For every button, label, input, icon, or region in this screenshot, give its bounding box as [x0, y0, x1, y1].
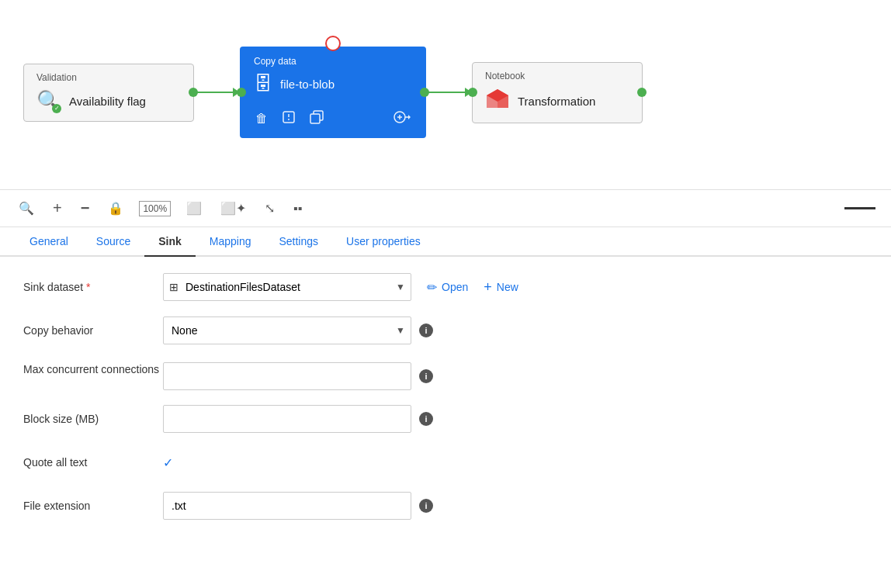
layers-toolbar-button[interactable]: ▪▪ [290, 199, 305, 219]
file-extension-input[interactable] [163, 492, 411, 520]
delete-action-button[interactable]: 🗑 [254, 109, 269, 129]
open-dataset-link[interactable]: ✏ Open [427, 280, 468, 295]
sink-dataset-control: ⊞ DestinationFilesDataset ▼ ✏ Open + New [163, 273, 868, 301]
lock-toolbar-button[interactable]: 🔒 [105, 198, 127, 219]
add-activity-action-button[interactable] [392, 109, 412, 129]
quote-all-text-control: ✓ [163, 455, 868, 470]
copy-data-top-indicator [325, 36, 341, 51]
pipeline-nodes-container: Validation 🔍✓ Availability flag Copy dat… [23, 47, 643, 138]
tab-general[interactable]: General [16, 227, 82, 257]
notebook-icon [485, 88, 510, 115]
block-size-label: Block size (MB) [23, 413, 163, 425]
tab-mapping[interactable]: Mapping [196, 227, 265, 257]
svg-rect-4 [310, 114, 320, 123]
copy-data-node[interactable]: Copy data 🗄 file-to-blob 🗑 [240, 47, 426, 138]
connector-1 [194, 88, 240, 97]
minimize-bar [844, 207, 875, 209]
inspect-action-button[interactable] [280, 109, 297, 129]
notebook-left-connector [468, 88, 477, 97]
canvas-toolbar: 🔍 + − 🔒 100% ⬜ ⬜✦ ⤡ ▪▪ [0, 190, 891, 227]
quote-all-text-row: Quote all text ✓ [23, 448, 868, 477]
search-node-icon: 🔍✓ [36, 89, 61, 113]
search-toolbar-button[interactable]: 🔍 [16, 198, 37, 219]
notebook-right-connector [637, 88, 647, 97]
add-toolbar-button[interactable]: + [50, 196, 65, 220]
notebook-node[interactable]: Notebook Transformation [472, 62, 643, 123]
max-concurrent-info-icon[interactable]: i [419, 369, 433, 383]
pipeline-canvas: Validation 🔍✓ Availability flag Copy dat… [0, 0, 891, 190]
max-concurrent-label: Max concurrent connections [23, 362, 163, 378]
dataset-icon: ⊞ [169, 281, 179, 293]
copy-behavior-row: Copy behavior None ▼ i [23, 316, 868, 345]
connector-1-line [194, 92, 233, 94]
tab-settings[interactable]: Settings [265, 227, 332, 257]
max-concurrent-row: Max concurrent connections i [23, 359, 868, 390]
sink-dataset-label: Sink dataset * [23, 281, 163, 293]
sink-dataset-select-wrapper: ⊞ DestinationFilesDataset ▼ [163, 273, 411, 301]
zoom100-toolbar-button[interactable]: 100% [139, 201, 171, 216]
block-size-control: i [163, 405, 868, 433]
max-concurrent-control: i [163, 362, 868, 390]
copy-data-icon: 🗄 [254, 73, 272, 95]
quote-all-text-label: Quote all text [23, 456, 163, 469]
required-star: * [86, 281, 90, 293]
pencil-icon: ✏ [427, 280, 437, 295]
sink-form: Sink dataset * ⊞ DestinationFilesDataset… [0, 257, 891, 550]
copy-data-left-connector [237, 88, 246, 97]
copy-behavior-label: Copy behavior [23, 324, 163, 337]
file-extension-label: File extension [23, 500, 163, 512]
select-toolbar-button[interactable]: ⬜✦ [217, 198, 249, 219]
fit-window-toolbar-button[interactable]: ⬜ [183, 198, 205, 219]
file-extension-control: i [163, 492, 868, 520]
tab-user-properties[interactable]: User properties [332, 227, 435, 257]
max-concurrent-input[interactable] [163, 362, 411, 390]
validation-node[interactable]: Validation 🔍✓ Availability flag [23, 64, 194, 122]
block-size-row: Block size (MB) i [23, 404, 868, 434]
copy-behavior-select[interactable]: None [163, 316, 411, 344]
notebook-node-label: Notebook [485, 71, 629, 81]
copy-data-text: file-to-blob [280, 78, 335, 91]
connector-2-line [426, 92, 465, 94]
copy-behavior-control: None ▼ i [163, 316, 868, 344]
copy-action-button[interactable] [308, 109, 325, 129]
svg-point-2 [288, 119, 289, 120]
copy-data-node-label: Copy data [254, 56, 412, 67]
validation-node-label: Validation [36, 72, 181, 83]
sink-dataset-row: Sink dataset * ⊞ DestinationFilesDataset… [23, 272, 868, 302]
sink-dataset-select[interactable]: DestinationFilesDataset [163, 273, 411, 301]
file-extension-row: File extension i [23, 491, 868, 521]
notebook-node-content: Transformation [485, 88, 629, 115]
connector-2 [426, 88, 472, 97]
validation-node-text: Availability flag [69, 95, 146, 108]
quote-all-text-check-icon[interactable]: ✓ [163, 455, 173, 470]
validation-node-content: 🔍✓ Availability flag [36, 89, 181, 113]
copy-data-actions: 🗑 [254, 104, 412, 129]
copy-behavior-info-icon[interactable]: i [419, 323, 433, 337]
svg-marker-9 [408, 115, 411, 119]
notebook-node-text: Transformation [518, 95, 595, 108]
copy-data-node-content: 🗄 file-to-blob [254, 73, 412, 95]
block-size-info-icon[interactable]: i [419, 412, 433, 426]
new-dataset-link[interactable]: + New [484, 279, 518, 296]
plus-icon: + [484, 279, 492, 296]
copy-behavior-select-wrapper: None ▼ [163, 316, 411, 344]
tab-source[interactable]: Source [82, 227, 144, 257]
tabs-bar: General Source Sink Mapping Settings Use… [0, 227, 891, 257]
remove-toolbar-button[interactable]: − [78, 196, 93, 220]
file-extension-info-icon[interactable]: i [419, 499, 433, 513]
block-size-input[interactable] [163, 405, 411, 433]
resize-toolbar-button[interactable]: ⤡ [262, 198, 278, 219]
tab-sink[interactable]: Sink [144, 227, 196, 257]
